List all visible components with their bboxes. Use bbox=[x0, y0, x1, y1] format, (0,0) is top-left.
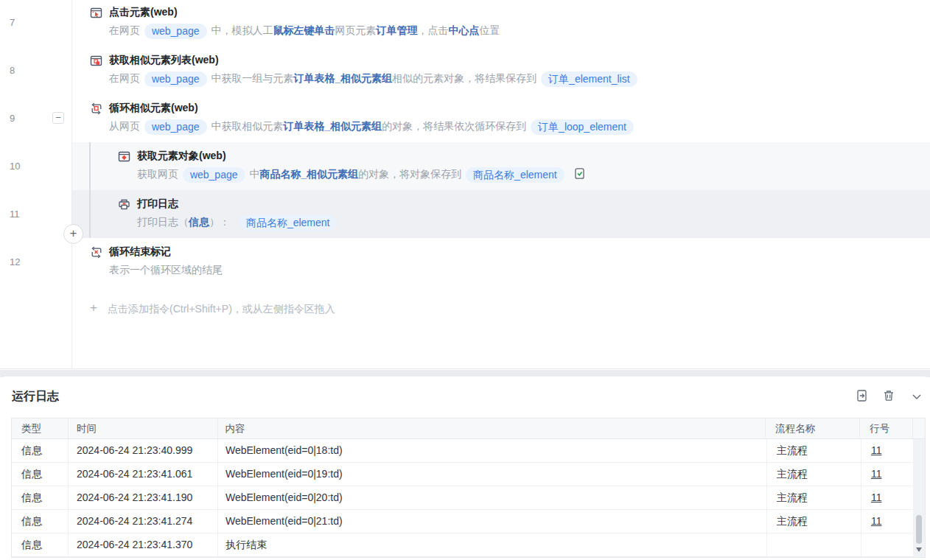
log-content: WebElement(eid=0|18:td) bbox=[218, 439, 767, 462]
log-content: WebElement(eid=0|20:td) bbox=[218, 486, 767, 509]
collapse-loop-button[interactable]: − bbox=[52, 112, 64, 124]
log-type: 信息 bbox=[12, 439, 69, 462]
param-text: 中心点 bbox=[448, 24, 479, 36]
step-number: 10 bbox=[10, 142, 20, 190]
log-content: WebElement(eid=0|21:td) bbox=[218, 510, 767, 533]
desc-text: 的对象，将结果依次循环保存到 bbox=[382, 120, 529, 132]
insert-instruction-button[interactable]: + bbox=[63, 224, 83, 244]
variable-pill[interactable]: web_page bbox=[144, 119, 207, 135]
desc-text: 打印日志（ bbox=[137, 216, 189, 228]
param-text: 订单管理 bbox=[376, 24, 417, 36]
step-number: 9 bbox=[10, 94, 15, 142]
run-log-title: 运行日志 bbox=[12, 389, 59, 405]
header-filler bbox=[913, 419, 925, 438]
line-number-link[interactable]: 11 bbox=[871, 468, 882, 480]
step-number: 7 bbox=[10, 0, 15, 46]
log-type: 信息 bbox=[12, 463, 69, 486]
step-row-8[interactable]: 8 获取相似元素列表(web) 在网页 web_page 中获取一组与元素订单表… bbox=[0, 46, 930, 94]
step-row-7[interactable]: 7 点击元素(web) 在网页 web_page 中，模拟人工鼠标左键单击网页元… bbox=[0, 0, 930, 46]
log-content: WebElement(eid=0|19:td) bbox=[218, 463, 767, 486]
log-row[interactable]: 信息 2024-06-24 21:23:41.061 WebElement(ei… bbox=[12, 463, 925, 486]
log-scrollbar[interactable] bbox=[913, 439, 925, 557]
step-title: 点击元素(web) bbox=[109, 5, 178, 18]
log-content: 执行结束 bbox=[218, 533, 767, 556]
log-flow-name: 主流程 bbox=[767, 439, 861, 462]
column-header-content: 内容 bbox=[218, 419, 766, 438]
log-row[interactable]: 信息 2024-06-24 21:23:41.190 WebElement(ei… bbox=[12, 486, 925, 510]
param-text: 商品名称_相似元素组 bbox=[259, 168, 358, 180]
collapse-panel-icon[interactable] bbox=[910, 391, 923, 404]
variable-pill[interactable]: 订单_element_list bbox=[541, 71, 637, 87]
rpa-studio-screen: 7 点击元素(web) 在网页 web_page 中，模拟人工鼠标左键单击网页元… bbox=[0, 0, 930, 560]
param-text: 订单表格_相似元素组 bbox=[293, 72, 392, 84]
clear-log-icon[interactable] bbox=[882, 389, 895, 402]
scrollbar-thumb[interactable] bbox=[916, 515, 922, 544]
run-log-panel: 运行日志 类型 时间 内容 流程名称 行号 信息 2024-06-24 21:2… bbox=[0, 377, 930, 560]
desc-text: ，点击 bbox=[417, 24, 448, 36]
variable-pill[interactable]: web_page bbox=[144, 24, 207, 39]
log-row[interactable]: 信息 2024-06-24 21:23:41.370 执行结束 bbox=[12, 533, 925, 557]
log-type: 信息 bbox=[12, 510, 69, 533]
desc-text: 相似的元素对象，将结果保存到 bbox=[392, 72, 539, 84]
step-row-12[interactable]: 12 循环结束标记 表示一个循环区域的结尾 bbox=[0, 238, 930, 286]
param-text: 信息 bbox=[189, 216, 209, 228]
desc-text: ）： bbox=[209, 216, 233, 228]
variable-pill[interactable]: web_page bbox=[183, 167, 245, 183]
step-description: 获取网页 web_page 中商品名称_相似元素组的对象，将对象保存到 商品名称… bbox=[137, 165, 586, 183]
desc-text: 中 bbox=[247, 168, 260, 180]
desc-text: 位置 bbox=[479, 24, 500, 36]
step-title: 获取相似元素列表(web) bbox=[109, 53, 219, 66]
verify-element-icon[interactable] bbox=[573, 167, 586, 180]
log-time: 2024-06-24 21:23:41.061 bbox=[69, 463, 218, 486]
step-description: 从网页 web_page 中获取相似元素订单表格_相似元素组的对象，将结果依次循… bbox=[109, 117, 635, 135]
param-text: 订单表格_相似元素组 bbox=[283, 120, 382, 132]
step-number: 8 bbox=[10, 46, 15, 94]
add-instruction-row[interactable]: + 点击添加指令(Ctrl+Shift+P)，或从左侧指令区拖入 bbox=[0, 298, 930, 321]
log-table-body: 信息 2024-06-24 21:23:40.999 WebElement(ei… bbox=[12, 439, 925, 557]
desc-text: 的对象，将对象保存到 bbox=[358, 168, 464, 180]
step-description: 在网页 web_page 中，模拟人工鼠标左键单击网页元素订单管理，点击中心点位… bbox=[109, 21, 500, 39]
log-time: 2024-06-24 21:23:41.190 bbox=[69, 486, 218, 509]
variable-pill[interactable]: 商品名称_element bbox=[239, 215, 338, 231]
step-row-9[interactable]: 9 − 循环相似元素(web) 从网页 web_page 中获取相似元素订单表格… bbox=[0, 94, 930, 142]
column-header-line-number: 行号 bbox=[860, 419, 913, 438]
variable-pill[interactable]: 订单_loop_element bbox=[531, 119, 634, 135]
desc-text: 中获取相似元素 bbox=[209, 120, 284, 132]
step-number: 12 bbox=[10, 238, 20, 286]
step-title: 循环相似元素(web) bbox=[109, 101, 198, 114]
step-title: 打印日志 bbox=[137, 197, 178, 210]
step-title: 获取元素对象(web) bbox=[137, 149, 226, 162]
step-row-10[interactable]: 10 获取元素对象(web) 获取网页 web_page 中商品名称_相似元素组… bbox=[0, 142, 930, 190]
step-title: 循环结束标记 bbox=[109, 245, 171, 258]
get-element-object-web-icon bbox=[118, 150, 130, 163]
export-log-icon[interactable] bbox=[856, 389, 869, 402]
line-number-link[interactable]: 11 bbox=[871, 491, 882, 503]
step-description: 在网页 web_page 中获取一组与元素订单表格_相似元素组相似的元素对象，将… bbox=[109, 69, 639, 87]
log-flow-name: 主流程 bbox=[767, 486, 861, 509]
scroll-down-arrow-icon[interactable] bbox=[916, 547, 922, 552]
get-similar-element-list-web-icon bbox=[90, 55, 102, 67]
plus-icon: + bbox=[90, 301, 97, 315]
click-element-web-icon bbox=[90, 7, 102, 19]
print-log-icon bbox=[118, 198, 130, 211]
line-number-link[interactable]: 11 bbox=[871, 515, 882, 527]
variable-pill[interactable]: 商品名称_element bbox=[466, 167, 564, 183]
log-row[interactable]: 信息 2024-06-24 21:23:40.999 WebElement(ei… bbox=[12, 439, 925, 463]
log-row[interactable]: 信息 2024-06-24 21:23:41.274 WebElement(ei… bbox=[12, 510, 925, 533]
step-row-11[interactable]: 11 打印日志 打印日志（信息）： 商品名称_element bbox=[0, 190, 930, 238]
log-table-header: 类型 时间 内容 流程名称 行号 bbox=[12, 419, 925, 439]
log-time: 2024-06-24 21:23:41.370 bbox=[69, 533, 218, 556]
desc-text: 表示一个循环区域的结尾 bbox=[109, 264, 223, 276]
desc-text: 网页元素 bbox=[335, 24, 376, 36]
column-header-type: 类型 bbox=[12, 419, 69, 438]
log-time: 2024-06-24 21:23:41.274 bbox=[69, 510, 218, 533]
desc-text: 中，模拟人工 bbox=[209, 24, 273, 36]
step-description: 打印日志（信息）： 商品名称_element bbox=[137, 213, 338, 231]
log-type: 信息 bbox=[12, 533, 69, 556]
line-number-link[interactable]: 11 bbox=[871, 444, 882, 456]
loop-similar-elements-web-icon bbox=[90, 102, 102, 115]
desc-text: 从网页 bbox=[109, 120, 143, 132]
column-header-time: 时间 bbox=[69, 419, 218, 438]
log-flow-name: 主流程 bbox=[767, 463, 861, 486]
variable-pill[interactable]: web_page bbox=[144, 71, 207, 87]
